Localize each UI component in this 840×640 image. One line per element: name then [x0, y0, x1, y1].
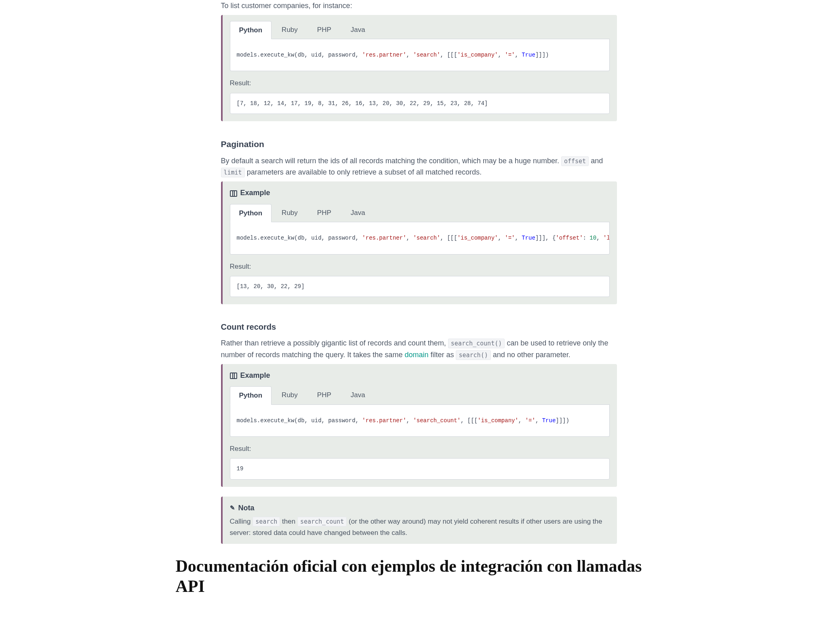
pagination-text: By default a search will return the ids …	[221, 155, 617, 179]
footer-heading: Documentación oficial con ejemplos de in…	[176, 556, 665, 597]
code-block-2: models.execute_kw(db, uid, password, 're…	[230, 222, 610, 254]
tab-php-2[interactable]: PHP	[308, 204, 341, 222]
inline-code-offset: offset	[561, 156, 589, 166]
count-text: Rather than retrieve a possibly gigantic…	[221, 337, 617, 361]
result-label-3: Result:	[230, 443, 610, 454]
example-box-3: Example Python Ruby PHP Java models.exec…	[221, 364, 617, 487]
count-heading: Count records	[221, 320, 617, 333]
note-title: ✎ Nota	[230, 502, 610, 514]
pagination-heading: Pagination	[221, 137, 617, 151]
result-label-2: Result:	[230, 261, 610, 272]
result-label-1: Result:	[230, 78, 610, 88]
inline-code-search: search()	[456, 350, 491, 360]
section1-intro: To list customer companies, for instance…	[221, 0, 617, 12]
note-text: Calling search then search_count (or the…	[230, 516, 610, 538]
result-block-1: [7, 18, 12, 14, 17, 19, 8, 31, 26, 16, 1…	[230, 93, 610, 114]
code-block-3: models.execute_kw(db, uid, password, 're…	[230, 405, 610, 437]
tab-python[interactable]: Python	[230, 21, 272, 39]
tab-java-2[interactable]: Java	[341, 204, 375, 222]
result-block-2: [13, 20, 30, 22, 29]	[230, 276, 610, 297]
inline-code-searchcount: search_count()	[448, 339, 505, 348]
result-block-3: 19	[230, 458, 610, 479]
tab-python-2[interactable]: Python	[230, 204, 272, 222]
tab-ruby-2[interactable]: Ruby	[272, 204, 307, 222]
example-box-1: Python Ruby PHP Java models.execute_kw(d…	[221, 15, 617, 121]
tab-python-3[interactable]: Python	[230, 386, 272, 404]
note-code-searchcount: search_count	[297, 517, 347, 526]
tab-php-3[interactable]: PHP	[308, 386, 341, 404]
tabs-1: Python Ruby PHP Java	[230, 21, 610, 39]
example-box-2: Example Python Ruby PHP Java models.exec…	[221, 181, 617, 304]
tabs-2: Python Ruby PHP Java	[230, 204, 610, 222]
tab-java[interactable]: Java	[341, 21, 375, 39]
example-title-3: Example	[230, 370, 610, 381]
tab-ruby[interactable]: Ruby	[272, 21, 307, 39]
example-title-2: Example	[230, 187, 610, 199]
book-icon	[230, 373, 237, 378]
inline-code-limit: limit	[221, 168, 245, 177]
tabs-3: Python Ruby PHP Java	[230, 386, 610, 404]
note-box: ✎ Nota Calling search then search_count …	[221, 497, 617, 544]
note-code-search: search	[253, 517, 280, 526]
tab-java-3[interactable]: Java	[341, 386, 375, 404]
tab-php[interactable]: PHP	[308, 21, 341, 39]
domain-link[interactable]: domain	[404, 351, 428, 359]
pin-icon: ✎	[230, 503, 235, 513]
code-block-1: models.execute_kw(db, uid, password, 're…	[230, 39, 610, 71]
book-icon	[230, 190, 237, 196]
tab-ruby-3[interactable]: Ruby	[272, 386, 307, 404]
